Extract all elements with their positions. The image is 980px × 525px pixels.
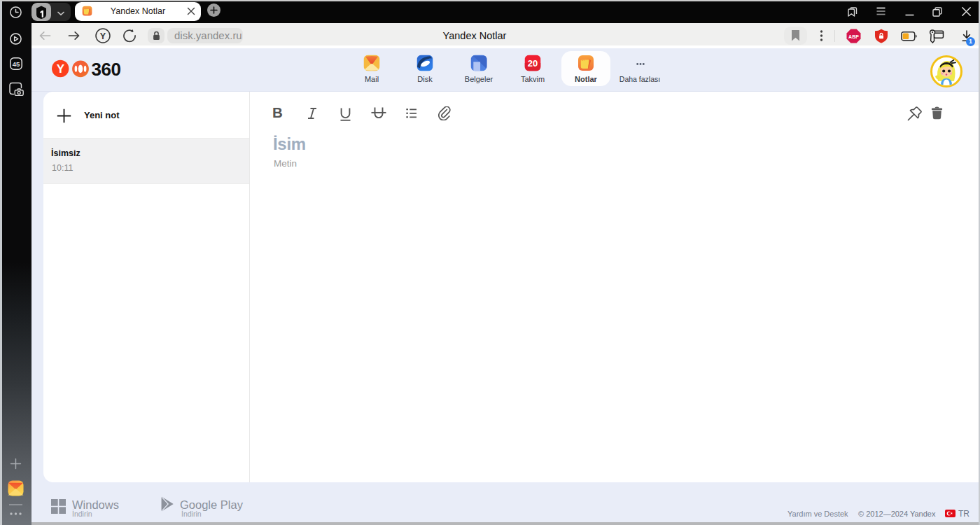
svg-text:ABP: ABP — [848, 34, 859, 39]
svg-text:Y: Y — [100, 31, 106, 41]
svg-text:20: 20 — [528, 58, 538, 69]
svg-text:Y: Y — [57, 62, 65, 76]
svg-text:45: 45 — [12, 59, 20, 67]
